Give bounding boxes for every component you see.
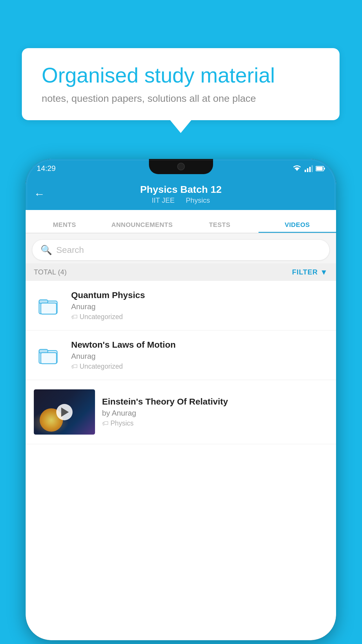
filter-label: FILTER — [292, 268, 318, 276]
svg-rect-1 — [305, 170, 306, 172]
video-list: Quantum Physics Anurag 🏷 Uncategorized — [26, 281, 336, 640]
list-item[interactable]: Quantum Physics Anurag 🏷 Uncategorized — [26, 281, 336, 330]
tag-text-2: Uncategorized — [80, 363, 123, 370]
svg-rect-4 — [312, 165, 313, 172]
filter-funnel-icon: ▼ — [320, 268, 328, 277]
svg-rect-3 — [309, 167, 311, 172]
svg-rect-7 — [316, 167, 323, 170]
subtitle-physics: Physics — [186, 196, 210, 204]
search-placeholder: Search — [56, 245, 84, 255]
phone-screen: 14:29 — [26, 159, 336, 640]
tag-icon-2: 🏷 — [71, 363, 78, 370]
item-content-3: Einstein's Theory Of Relativity by Anura… — [102, 397, 328, 427]
item-title-1: Quantum Physics — [71, 290, 328, 300]
svg-rect-10 — [41, 303, 57, 314]
back-button[interactable]: ← — [34, 188, 45, 200]
headline-text: Organised study material — [42, 63, 320, 88]
speech-bubble-card: Organised study material notes, question… — [22, 48, 340, 120]
tag-icon-3: 🏷 — [102, 420, 108, 427]
status-icons — [292, 165, 325, 172]
tag-icon-1: 🏷 — [71, 313, 78, 321]
item-tag-1: 🏷 Uncategorized — [71, 313, 328, 321]
wifi-icon — [292, 165, 302, 172]
item-tag-2: 🏷 Uncategorized — [71, 363, 328, 370]
svg-rect-2 — [307, 168, 308, 172]
phone-notch — [149, 159, 213, 174]
item-author-1: Anurag — [71, 302, 328, 311]
tag-text-1: Uncategorized — [80, 313, 123, 321]
item-content-2: Newton's Laws of Motion Anurag 🏷 Uncateg… — [71, 340, 328, 370]
item-title-2: Newton's Laws of Motion — [71, 340, 328, 350]
tab-bar: MENTS ANNOUNCEMENTS TESTS VIDEOS — [26, 210, 336, 233]
list-item[interactable]: Newton's Laws of Motion Anurag 🏷 Uncateg… — [26, 330, 336, 380]
tab-announcements[interactable]: ANNOUNCEMENTS — [103, 221, 181, 233]
total-count-label: TOTAL (4) — [34, 268, 67, 276]
signal-icon — [305, 165, 313, 172]
screen-subtitle: IIT JEE Physics — [150, 196, 212, 204]
search-icon: 🔍 — [41, 244, 52, 256]
search-bar-container: 🔍 Search — [26, 234, 336, 265]
filter-button[interactable]: FILTER ▼ — [292, 268, 328, 277]
item-thumbnail-3 — [34, 389, 95, 435]
tab-videos[interactable]: VIDEOS — [259, 221, 336, 233]
item-tag-3: 🏷 Physics — [102, 419, 328, 427]
item-title-3: Einstein's Theory Of Relativity — [102, 397, 328, 407]
tag-text-3: Physics — [110, 419, 133, 427]
filter-row: TOTAL (4) FILTER ▼ — [26, 263, 336, 281]
svg-rect-13 — [41, 353, 57, 364]
play-button-3[interactable] — [56, 404, 73, 420]
play-triangle-icon — [61, 407, 69, 417]
list-item[interactable]: Einstein's Theory Of Relativity by Anura… — [26, 380, 336, 444]
item-folder-icon-2 — [34, 341, 63, 370]
screen-title: Physics Batch 12 — [140, 184, 222, 195]
battery-icon — [316, 166, 325, 172]
item-author-3: by Anurag — [102, 409, 328, 418]
subtitle-iit: IIT JEE — [152, 196, 175, 204]
subheadline-text: notes, question papers, solutions all at… — [42, 93, 320, 104]
top-navigation-bar: ← Physics Batch 12 IIT JEE Physics — [26, 178, 336, 210]
phone-frame: 14:29 — [26, 159, 336, 640]
item-folder-icon-1 — [34, 291, 63, 320]
item-content-1: Quantum Physics Anurag 🏷 Uncategorized — [71, 290, 328, 321]
svg-rect-6 — [324, 168, 325, 169]
notch-camera — [177, 163, 185, 170]
status-time: 14:29 — [37, 164, 56, 173]
item-author-2: Anurag — [71, 352, 328, 361]
search-bar[interactable]: 🔍 Search — [32, 239, 330, 260]
tab-ments[interactable]: MENTS — [26, 221, 103, 233]
tab-tests[interactable]: TESTS — [181, 221, 259, 233]
